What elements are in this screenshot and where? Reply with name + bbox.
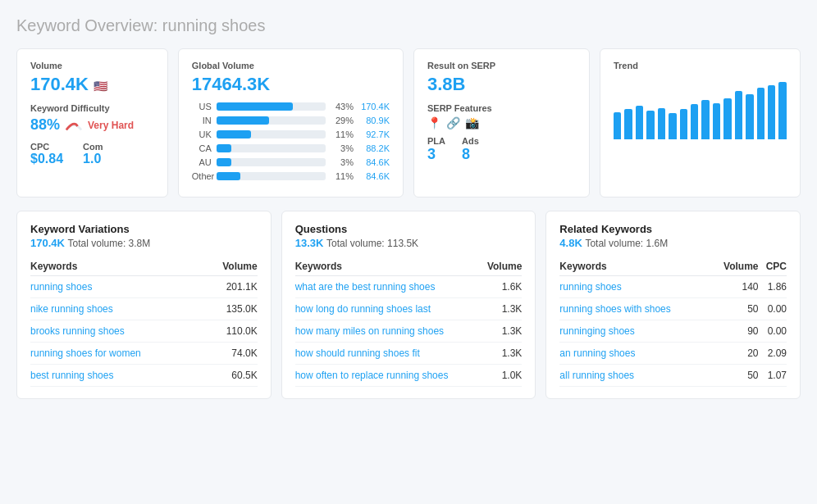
- bar-count: 92.7K: [358, 129, 390, 139]
- cpc-item: CPC $0.84: [30, 142, 63, 166]
- page-title: Keyword Overview: running shoes: [16, 16, 801, 35]
- kv-summary: 170.4K Total volume: 3.8M: [30, 237, 258, 249]
- kv-total: Total volume: 3.8M: [68, 238, 151, 249]
- q-keyword[interactable]: what are the best running shoes: [295, 276, 480, 298]
- result-value: 3.8B: [427, 74, 576, 95]
- kv-keyword[interactable]: running shoes for women: [30, 343, 203, 365]
- serp-icons: 📍 🔗 📸: [427, 116, 576, 129]
- table-row: running shoes 201.1K: [30, 276, 258, 298]
- ads-value: 8: [462, 146, 479, 163]
- bar-fill: [217, 102, 293, 111]
- trend-card: Trend: [600, 48, 801, 198]
- kv-col-volume: Volume: [203, 257, 257, 276]
- volume-label: Volume: [30, 61, 154, 70]
- rk-total: Total volume: 1.6M: [585, 238, 668, 249]
- cpc-value: $0.84: [30, 152, 63, 166]
- trend-bar: [624, 109, 632, 139]
- trend-bar: [768, 85, 775, 139]
- rk-col-volume: Volume: [711, 257, 759, 276]
- result-label: Result on SERP: [427, 61, 576, 70]
- rk-keyword[interactable]: an running shoes: [559, 343, 710, 365]
- difficulty-label: Keyword Difficulty: [30, 103, 154, 113]
- q-count: 13.3K: [295, 237, 324, 249]
- q-keyword[interactable]: how long do running shoes last: [295, 298, 480, 320]
- bar-track: [217, 102, 326, 111]
- q-volume: 1.6K: [480, 276, 522, 298]
- table-row: nike running shoes 135.0K: [30, 298, 258, 320]
- q-volume: 1.3K: [480, 298, 522, 320]
- bars-container: US 43% 170.4K IN 29% 80.9K UK 11% 92.7K …: [192, 102, 390, 181]
- bar-pct: 11%: [331, 171, 354, 181]
- trend-bar: [746, 94, 753, 139]
- kv-keyword[interactable]: brooks running shoes: [30, 320, 203, 343]
- bar-pct: 43%: [331, 102, 354, 111]
- table-row: running shoes 140 1.86: [559, 276, 787, 298]
- bar-country-label: IN: [192, 116, 212, 125]
- title-static: Keyword Overview:: [16, 16, 157, 34]
- com-item: Com 1.0: [83, 142, 103, 166]
- rk-keyword[interactable]: all running shoes: [559, 365, 710, 387]
- table-row: running shoes with shoes 50 0.00: [559, 298, 787, 320]
- pla-ads-row: PLA 3 Ads 8: [427, 136, 576, 163]
- com-value: 1.0: [83, 152, 103, 166]
- table-row: brooks running shoes 110.0K: [30, 320, 258, 343]
- related-keywords-card: Related Keywords 4.8K Total volume: 1.6M…: [545, 211, 801, 399]
- q-keyword[interactable]: how often to replace running shoes: [295, 365, 480, 387]
- kv-keyword[interactable]: best running shoes: [30, 365, 203, 387]
- bar-fill: [217, 130, 252, 138]
- ads-label: Ads: [462, 136, 479, 146]
- bar-fill: [217, 144, 232, 152]
- table-row: all running shoes 50 1.07: [559, 365, 787, 387]
- rk-cpc: 0.00: [759, 298, 787, 320]
- table-row: how many miles on running shoes 1.3K: [295, 320, 523, 343]
- kv-volume: 60.5K: [203, 365, 257, 387]
- bar-row: AU 3% 84.6K: [192, 157, 390, 167]
- pla-item: PLA 3: [427, 136, 445, 163]
- bar-row: CA 3% 88.2K: [192, 143, 390, 153]
- bar-count: 170.4K: [358, 102, 390, 111]
- q-col-keywords: Keywords: [295, 257, 480, 276]
- table-row: runninging shoes 90 0.00: [559, 320, 787, 343]
- rk-keyword[interactable]: running shoes with shoes: [559, 298, 710, 320]
- trend-bar: [691, 104, 698, 139]
- bar-pct: 3%: [331, 143, 354, 153]
- difficulty-value: 88%: [30, 116, 60, 134]
- bar-count: 88.2K: [358, 143, 390, 153]
- rk-cpc: 1.86: [759, 276, 787, 298]
- table-row: running shoes for women 74.0K: [30, 343, 258, 365]
- q-table: Keywords Volume what are the best runnin…: [295, 257, 523, 387]
- kv-count: 170.4K: [30, 237, 65, 249]
- bar-track: [217, 172, 326, 180]
- global-volume-card: Global Volume 17464.3K US 43% 170.4K IN …: [178, 48, 404, 198]
- rk-summary: 4.8K Total volume: 1.6M: [559, 237, 787, 249]
- bar-row: US 43% 170.4K: [192, 102, 390, 111]
- q-keyword[interactable]: how should running shoes fit: [295, 343, 480, 365]
- bar-country-label: AU: [192, 157, 212, 167]
- rk-volume: 90: [711, 320, 759, 343]
- rk-keyword[interactable]: running shoes: [559, 276, 710, 298]
- bar-fill: [217, 158, 232, 166]
- difficulty-arc-icon: [65, 120, 83, 131]
- kv-volume: 201.1K: [203, 276, 257, 298]
- q-summary: 13.3K Total volume: 113.5K: [295, 237, 523, 249]
- table-row: how long do running shoes last 1.3K: [295, 298, 523, 320]
- cpc-label: CPC: [30, 142, 63, 152]
- kv-volume: 135.0K: [203, 298, 257, 320]
- kv-keyword[interactable]: running shoes: [30, 276, 203, 298]
- us-flag: 🇺🇸: [94, 79, 107, 93]
- trend-bar: [636, 106, 643, 139]
- rk-cpc: 1.07: [759, 365, 787, 387]
- trend-bar: [701, 100, 709, 139]
- global-value: 17464.3K: [192, 74, 390, 95]
- rk-col-keywords: Keywords: [559, 257, 710, 276]
- keyword-variations-card: Keyword Variations 170.4K Total volume: …: [16, 211, 272, 399]
- rk-keyword[interactable]: runninging shoes: [559, 320, 710, 343]
- q-total: Total volume: 113.5K: [326, 238, 418, 249]
- com-label: Com: [83, 142, 103, 152]
- kv-keyword[interactable]: nike running shoes: [30, 298, 203, 320]
- q-volume: 1.3K: [480, 320, 522, 343]
- bar-row: UK 11% 92.7K: [192, 129, 390, 139]
- trend-bar: [658, 108, 665, 139]
- difficulty-text: Very Hard: [88, 120, 134, 131]
- q-keyword[interactable]: how many miles on running shoes: [295, 320, 480, 343]
